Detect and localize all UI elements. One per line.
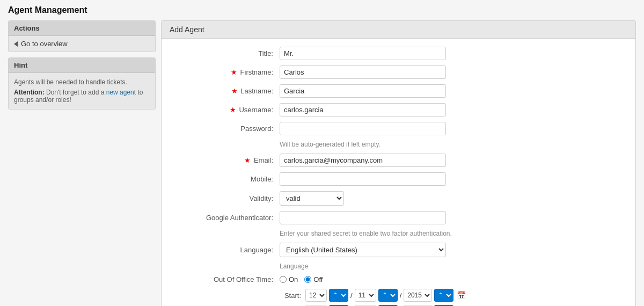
language-label: Language: — [172, 246, 280, 254]
firstname-row: ★ Firstname: — [172, 65, 625, 79]
out-of-office-label: Out Of Office Time: — [172, 275, 280, 283]
radio-on-input[interactable] — [280, 276, 287, 283]
username-input[interactable] — [280, 103, 446, 116]
radio-off-text: Off — [313, 275, 323, 283]
out-of-office-radio-group: On Off — [280, 275, 323, 283]
google-auth-hint: Enter your shared secret to enable two f… — [280, 230, 625, 237]
mobile-input[interactable] — [280, 172, 446, 186]
radio-on-label[interactable]: On — [280, 275, 298, 283]
arrow-left-icon — [14, 41, 18, 47]
actions-header: Actions — [9, 21, 155, 36]
password-hint: Will be auto-generated if left empty. — [280, 141, 625, 148]
start-label: Start: — [280, 292, 301, 300]
email-input[interactable] — [280, 154, 446, 167]
title-input[interactable] — [280, 47, 446, 60]
email-row: ★ Email: — [172, 154, 625, 167]
email-required-star: ★ — [244, 156, 251, 164]
start-year-spinner[interactable]: ⌃ — [434, 289, 453, 302]
username-required-star: ★ — [230, 106, 236, 114]
hint-attention: Attention: Don't forget to add a new age… — [14, 89, 150, 104]
language-hint: Language — [280, 263, 625, 270]
password-input[interactable] — [280, 122, 446, 135]
username-row: ★ Username: — [172, 103, 625, 116]
firstname-required-star: ★ — [231, 68, 237, 76]
mobile-label: Mobile: — [172, 175, 280, 183]
go-to-overview-label: Go to overview — [21, 40, 68, 48]
title-label: Title: — [172, 49, 280, 57]
start-year-select[interactable]: 2015 — [404, 289, 432, 302]
password-label: Password: — [172, 125, 280, 133]
start-separator-1: / — [350, 292, 353, 300]
start-day-spinner[interactable]: ⌃ — [378, 289, 398, 302]
dates-row: Start: 12 ⌃ / 11 — [172, 289, 625, 306]
sidebar: Actions Go to overview Hint Agents will … — [8, 20, 156, 115]
hint-header: Hint — [9, 58, 155, 73]
go-to-overview-button[interactable]: Go to overview — [9, 36, 155, 52]
firstname-input[interactable] — [280, 65, 446, 79]
google-auth-input[interactable] — [280, 211, 446, 224]
radio-on-text: On — [289, 275, 298, 283]
radio-off-label[interactable]: Off — [304, 275, 323, 283]
hint-attention-body: Don't forget to add a — [46, 89, 106, 96]
language-row: Language: English (United States) — [172, 243, 625, 257]
out-of-office-row: Out Of Office Time: On Off — [172, 275, 625, 283]
new-agent-link[interactable]: new agent — [106, 89, 136, 96]
language-select[interactable]: English (United States) — [280, 243, 446, 257]
validity-label: Validity: — [172, 194, 280, 202]
username-label: ★ Username: — [172, 106, 280, 114]
start-calendar-icon[interactable]: 📅 — [457, 291, 466, 300]
hint-content: Agents will be needed to handle tickets.… — [9, 73, 155, 109]
start-separator-2: / — [400, 292, 402, 300]
add-agent-header: Add Agent — [162, 21, 635, 39]
hint-text: Agents will be needed to handle tickets. — [14, 78, 150, 86]
email-label: ★ Email: — [172, 156, 280, 164]
hint-section: Hint Agents will be needed to handle tic… — [8, 57, 156, 110]
start-month-spinner[interactable]: ⌃ — [329, 289, 348, 302]
attention-bold: Attention: — [14, 89, 45, 96]
validity-row: Validity: valid invalid — [172, 191, 625, 206]
password-row: Password: — [172, 122, 625, 135]
start-day-select[interactable]: 11 — [355, 289, 376, 302]
actions-section: Actions Go to overview — [8, 20, 156, 52]
date-fields: Start: 12 ⌃ / 11 — [280, 289, 466, 306]
form-area: Title: ★ Firstname: ★ Lastname: — [162, 39, 635, 306]
validity-select[interactable]: valid invalid — [280, 191, 344, 206]
mobile-row: Mobile: — [172, 172, 625, 186]
google-auth-label: Google Authenticator: — [172, 214, 280, 222]
title-row: Title: — [172, 47, 625, 60]
lastname-input[interactable] — [280, 84, 446, 98]
page-title: Agent Management — [8, 5, 636, 15]
start-month-select[interactable]: 12 — [305, 289, 327, 302]
lastname-row: ★ Lastname: — [172, 84, 625, 98]
radio-off-input[interactable] — [304, 276, 311, 283]
lastname-required-star: ★ — [231, 87, 238, 95]
start-date-row: Start: 12 ⌃ / 11 — [280, 289, 466, 302]
lastname-label: ★ Lastname: — [172, 87, 280, 95]
main-content: Add Agent Title: ★ Firstname: — [161, 20, 636, 306]
firstname-label: ★ Firstname: — [172, 68, 280, 76]
google-auth-row: Google Authenticator: — [172, 211, 625, 224]
